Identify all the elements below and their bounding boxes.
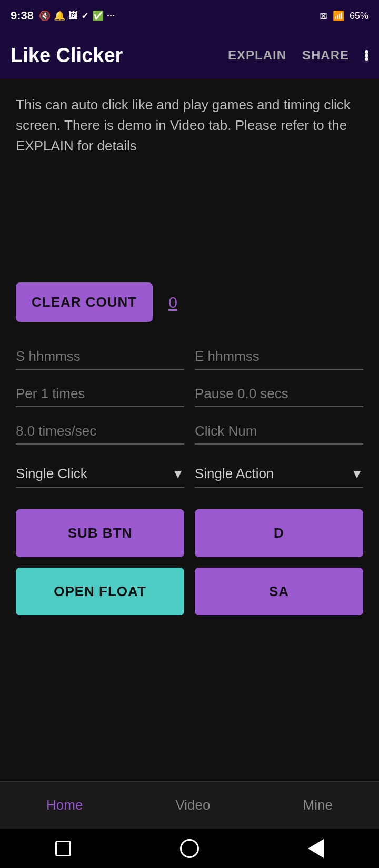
- main-content: This can auto click like and play games …: [0, 79, 379, 821]
- android-nav-bar: [0, 829, 379, 868]
- nav-video[interactable]: Video: [159, 792, 226, 819]
- app-title: Like Clicker: [11, 44, 217, 67]
- click-type-dropdown[interactable]: Single Click ▼: [16, 460, 184, 488]
- click-num-input[interactable]: [195, 418, 363, 445]
- sa-button[interactable]: SA: [195, 568, 363, 615]
- click-type-arrow-icon: ▼: [172, 467, 184, 481]
- nav-mine[interactable]: Mine: [287, 792, 348, 819]
- times-per-sec-group: [16, 418, 184, 445]
- more-icon: ···: [107, 11, 115, 22]
- per-times-input[interactable]: [16, 380, 184, 407]
- times-clicknum-row: [16, 418, 363, 445]
- app-description: This can auto click like and play games …: [16, 95, 363, 156]
- per-pause-row: [16, 380, 363, 407]
- verified-icon: ✅: [92, 10, 104, 22]
- open-float-button[interactable]: OPEN FLOAT: [16, 568, 184, 615]
- back-button[interactable]: [303, 835, 329, 862]
- spacer: [16, 177, 363, 282]
- app-bar-actions: EXPLAIN SHARE: [228, 48, 368, 63]
- sub-btn-button[interactable]: SUB BTN: [16, 509, 184, 557]
- explain-button[interactable]: EXPLAIN: [228, 48, 286, 63]
- back-icon: [308, 839, 324, 858]
- nav-home[interactable]: Home: [31, 792, 98, 819]
- end-time-group: [195, 343, 363, 370]
- overflow-menu-button[interactable]: [365, 50, 368, 61]
- home-button[interactable]: [176, 835, 203, 862]
- times-per-sec-input[interactable]: [16, 418, 184, 445]
- share-button[interactable]: SHARE: [302, 48, 349, 63]
- click-type-label: Single Click: [16, 466, 172, 482]
- action-type-dropdown[interactable]: Single Action ▼: [195, 460, 363, 488]
- open-float-row: OPEN FLOAT SA: [16, 568, 363, 615]
- battery-display: 65%: [350, 11, 368, 22]
- start-time-input[interactable]: [16, 343, 184, 370]
- check-icon: ✓: [81, 10, 89, 22]
- status-icons: 🔇 🔔 🖼 ✓ ✅ ···: [39, 10, 115, 22]
- time-inputs-row: [16, 343, 363, 370]
- d-button[interactable]: D: [195, 509, 363, 557]
- status-time: 9:38 🔇 🔔 🖼 ✓ ✅ ···: [11, 9, 115, 23]
- pause-input[interactable]: [195, 380, 363, 407]
- app-bar: Like Clicker EXPLAIN SHARE: [0, 32, 379, 79]
- per-times-group: [16, 380, 184, 407]
- click-num-group: [195, 418, 363, 445]
- notification-icon: 🔔: [54, 10, 65, 22]
- count-value: 0: [168, 294, 177, 311]
- image-icon: 🖼: [68, 11, 78, 22]
- sub-btn-row: SUB BTN D: [16, 509, 363, 557]
- recent-apps-button[interactable]: [50, 835, 76, 862]
- bottom-nav: Home Video Mine: [0, 781, 379, 829]
- action-type-arrow-icon: ▼: [351, 467, 363, 481]
- time-display: 9:38: [11, 9, 34, 23]
- battery-percent: 65: [350, 11, 360, 21]
- status-bar: 9:38 🔇 🔔 🖼 ✓ ✅ ··· ⊠ 📶 65%: [0, 0, 379, 32]
- wifi-icon: 📶: [333, 10, 344, 22]
- x-icon: ⊠: [320, 10, 327, 22]
- action-type-label: Single Action: [195, 466, 351, 482]
- home-icon: [180, 839, 199, 858]
- status-right: ⊠ 📶 65%: [320, 10, 368, 22]
- end-time-input[interactable]: [195, 343, 363, 370]
- start-time-group: [16, 343, 184, 370]
- dropdown-row: Single Click ▼ Single Action ▼: [16, 460, 363, 488]
- clear-count-row: CLEAR COUNT 0: [16, 282, 363, 322]
- pause-group: [195, 380, 363, 407]
- mute-icon: 🔇: [39, 10, 51, 22]
- recent-apps-icon: [55, 841, 71, 856]
- clear-count-button[interactable]: CLEAR COUNT: [16, 282, 153, 322]
